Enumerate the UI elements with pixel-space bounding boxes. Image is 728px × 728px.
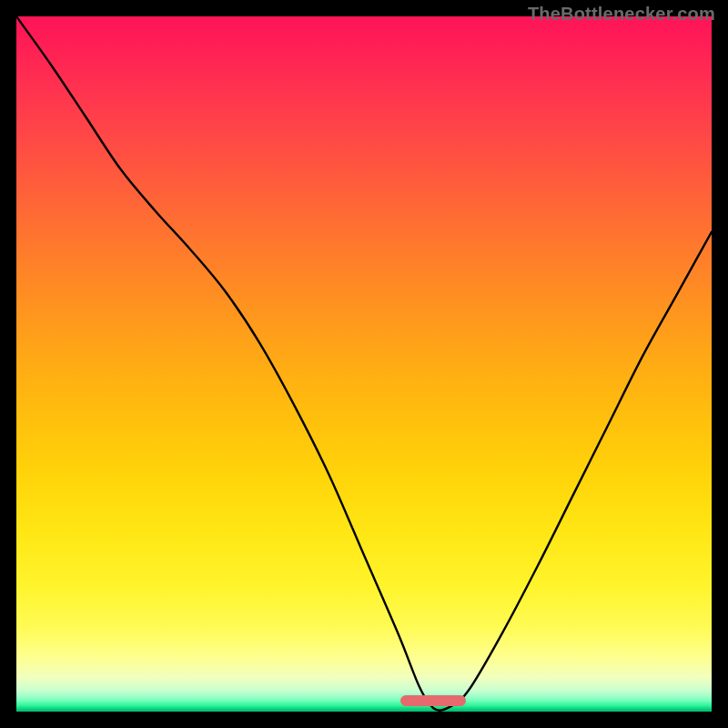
optimal-range-marker <box>400 695 466 706</box>
watermark-text: TheBottlenecker.com <box>528 4 715 25</box>
chart-frame: TheBottlenecker.com <box>0 0 728 728</box>
plot-area <box>16 16 712 712</box>
bottleneck-curve <box>16 16 712 712</box>
